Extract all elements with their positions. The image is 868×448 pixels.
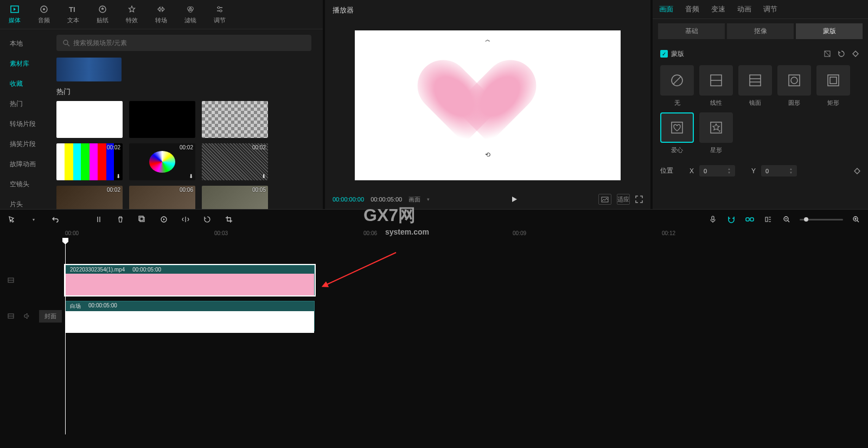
sidebar-item-hot[interactable]: 热门 xyxy=(0,94,49,114)
record-button[interactable] xyxy=(158,214,169,225)
timeline-ruler[interactable]: 00:00 00:03 00:06 00:09 00:12 xyxy=(0,229,868,239)
ratio-label[interactable]: 画面 xyxy=(409,195,420,204)
thumb-colorbar2[interactable]: 00:02⬇ xyxy=(129,143,195,180)
toolbar-adjust[interactable]: 调节 xyxy=(205,4,234,24)
sidebar-item-library[interactable]: 素材库 xyxy=(0,54,49,74)
sidebar-item-opening[interactable]: 片头 xyxy=(0,194,49,209)
tab-speed[interactable]: 变速 xyxy=(711,4,725,14)
toolbar-filter[interactable]: 滤镜 xyxy=(176,4,205,24)
media-content: 热门 00:02⬇ 00:02⬇ 00:02⬇ 00:02 00:06 xyxy=(49,29,323,209)
delete-button[interactable] xyxy=(115,214,126,225)
sidebar-item-glitch[interactable]: 故障动画 xyxy=(0,154,49,174)
search-icon xyxy=(63,40,70,47)
keyframe-icon[interactable] xyxy=(851,49,860,59)
thumb-transparent[interactable] xyxy=(202,101,268,138)
track-lock-icon[interactable] xyxy=(7,276,15,285)
heart-mask-preview[interactable] xyxy=(439,62,537,149)
invert-icon[interactable] xyxy=(822,49,832,59)
toolbar-text[interactable]: TI 文本 xyxy=(59,4,88,24)
zoom-in-button[interactable] xyxy=(851,214,861,225)
thumb-recent[interactable] xyxy=(56,58,122,81)
sidebar-item-local[interactable]: 本地 xyxy=(0,34,49,54)
fullscreen-button[interactable] xyxy=(635,195,643,203)
thumb-noise[interactable]: 00:02⬇ xyxy=(202,143,268,180)
mask-rect[interactable] xyxy=(816,65,850,96)
playhead[interactable] xyxy=(65,239,66,434)
thumb-black[interactable] xyxy=(129,101,195,138)
sidebar-item-funny-clip[interactable]: 搞笑片段 xyxy=(0,134,49,154)
mask-checkbox[interactable]: ✓ xyxy=(660,50,668,58)
toolbar-audio[interactable]: 音频 xyxy=(29,4,59,24)
sidebar-item-transition-clip[interactable]: 转场片段 xyxy=(0,114,49,134)
zoom-slider[interactable] xyxy=(800,219,843,220)
cover-button[interactable]: 封面 xyxy=(39,310,62,323)
timeline-section: ▾ 00:00 00:03 xyxy=(0,209,868,448)
chevron-up-icon[interactable]: ︽ xyxy=(485,36,490,43)
filter-icon xyxy=(187,4,194,14)
mask-star[interactable] xyxy=(699,112,733,143)
sticker-icon xyxy=(99,4,106,14)
tab-audio[interactable]: 音频 xyxy=(685,4,699,14)
ratio-chevron-icon[interactable]: ▾ xyxy=(427,197,430,202)
toolbar-sticker[interactable]: 贴纸 xyxy=(88,4,117,24)
rotate-icon[interactable]: ⟲ xyxy=(485,151,490,159)
mask-none[interactable] xyxy=(660,65,694,96)
player-canvas[interactable]: ︽ ⟲ xyxy=(355,30,621,180)
split-button[interactable] xyxy=(93,214,104,225)
search-input[interactable] xyxy=(73,39,305,47)
tab-adjust[interactable]: 调节 xyxy=(763,4,777,14)
time-current: 00:00:00:00 xyxy=(333,196,364,203)
thumb-video3[interactable]: 00:05 xyxy=(202,186,268,209)
ratio-fit-button[interactable]: 适应 xyxy=(617,194,630,205)
clip-1[interactable]: 202203302354(1).mp400:00:05:00 xyxy=(65,265,315,295)
crop2-button[interactable] xyxy=(224,214,234,225)
clip-2[interactable]: 白场00:00:05:00 xyxy=(65,301,315,331)
cursor-dropdown[interactable]: ▾ xyxy=(28,214,39,225)
zoom-out-button[interactable] xyxy=(781,214,792,225)
sidebar-item-favorite[interactable]: 收藏 xyxy=(0,74,49,94)
subtab-basic[interactable]: 基础 xyxy=(658,23,725,39)
search-box[interactable] xyxy=(56,35,311,51)
player-viewport[interactable]: ︽ ⟲ xyxy=(325,21,650,190)
thumb-video2[interactable]: 00:06 xyxy=(129,186,195,209)
svg-rect-27 xyxy=(140,217,144,222)
capture-button[interactable] xyxy=(598,194,611,205)
download-icon[interactable]: ⬇ xyxy=(261,173,266,179)
mask-linear[interactable] xyxy=(699,65,733,96)
sidebar-item-empty-shot[interactable]: 空镜头 xyxy=(0,174,49,194)
thumb-white[interactable] xyxy=(56,101,123,138)
x-input[interactable]: ▲▼ xyxy=(699,165,735,176)
magnet-button[interactable] xyxy=(726,214,737,225)
mirror-button[interactable] xyxy=(180,214,191,225)
mic-button[interactable] xyxy=(707,214,718,225)
download-icon[interactable]: ⬇ xyxy=(189,173,193,179)
track-lock-icon[interactable] xyxy=(7,312,15,320)
toolbar-media[interactable]: 媒体 xyxy=(0,4,29,24)
subtab-cutout[interactable]: 抠像 xyxy=(727,23,794,39)
thumb-colorbar1[interactable]: 00:02⬇ xyxy=(56,143,123,180)
y-input[interactable]: ▲▼ xyxy=(761,165,797,176)
rotate-button[interactable] xyxy=(202,214,213,225)
toolbar-effect[interactable]: 特效 xyxy=(117,4,146,24)
tab-anim[interactable]: 动画 xyxy=(737,4,751,14)
track-mute-icon[interactable] xyxy=(23,312,31,320)
mask-mirror[interactable] xyxy=(738,65,772,96)
cursor-tool[interactable] xyxy=(7,214,17,225)
undo-button[interactable] xyxy=(50,214,61,225)
pos-keyframe-icon[interactable] xyxy=(854,168,860,174)
tracks-area[interactable]: 202203302354(1).mp400:00:05:00 封面 白场00:0… xyxy=(0,239,868,448)
svg-rect-30 xyxy=(712,216,714,220)
play-button[interactable] xyxy=(510,195,518,203)
reset-icon[interactable] xyxy=(837,49,846,59)
preview-button[interactable] xyxy=(763,214,774,225)
subtab-mask[interactable]: 蒙版 xyxy=(796,23,863,39)
thumb-video1[interactable]: 00:02 xyxy=(56,186,123,209)
mask-heart[interactable] xyxy=(660,112,694,143)
mask-circle[interactable] xyxy=(777,65,811,96)
tab-canvas[interactable]: 画面 xyxy=(659,4,673,14)
toolbar-transition[interactable]: 转场 xyxy=(146,4,176,24)
adjust-icon xyxy=(216,4,224,14)
crop-button[interactable] xyxy=(137,214,148,225)
link-button[interactable] xyxy=(744,214,755,225)
download-icon[interactable]: ⬇ xyxy=(116,173,120,179)
